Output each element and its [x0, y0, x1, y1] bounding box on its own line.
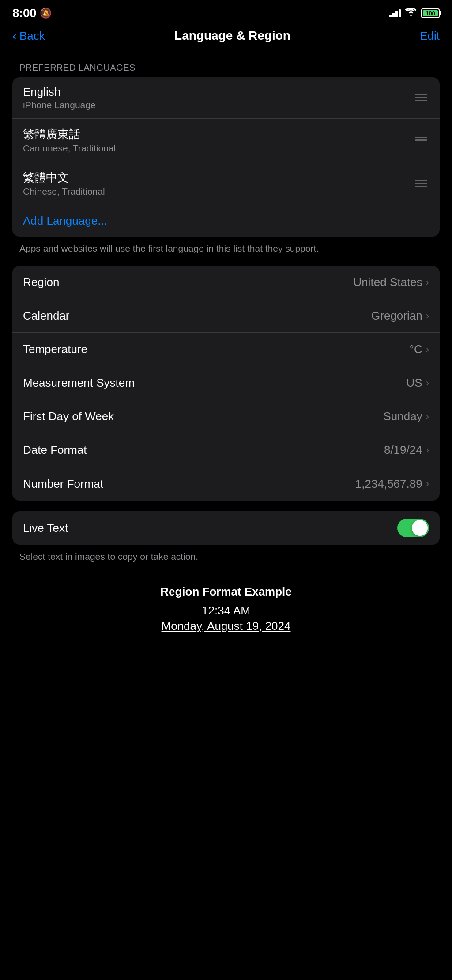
live-text-label: Live Text [23, 521, 68, 535]
region-row[interactable]: Region United States › [12, 266, 440, 299]
calendar-value: Gregorian [371, 309, 422, 323]
language-subtitle-cantonese: Cantonese, Traditional [23, 143, 116, 154]
battery-text: 100 [426, 10, 435, 17]
first-day-chevron-icon: › [426, 411, 429, 422]
temperature-value: °C [409, 343, 422, 356]
status-bar: 8:00 🔕 100 [0, 0, 452, 24]
drag-line [415, 139, 427, 141]
number-format-value: 1,234,567.89 [355, 477, 422, 491]
region-settings-card: Region United States › Calendar Gregoria… [12, 266, 440, 501]
measurement-chevron-icon: › [426, 377, 429, 389]
region-value: United States [354, 275, 422, 289]
number-format-label: Number Format [23, 477, 103, 491]
status-icons: 100 [389, 8, 440, 19]
language-item-english-left: English iPhone Language [23, 85, 96, 110]
date-format-value: 8/19/24 [384, 443, 422, 457]
number-format-row[interactable]: Number Format 1,234,567.89 › [12, 467, 440, 501]
calendar-label: Calendar [23, 309, 70, 323]
language-subtitle-chinese: Chinese, Traditional [23, 186, 105, 197]
drag-line [415, 137, 427, 138]
drag-line [415, 143, 427, 144]
drag-line [415, 183, 427, 184]
drag-handle-english[interactable] [413, 93, 429, 103]
number-format-value-container: 1,234,567.89 › [355, 477, 429, 491]
drag-line [415, 180, 427, 181]
region-format-time: 12:34 AM [12, 604, 440, 618]
language-title-cantonese: 繁體廣東話 [23, 127, 116, 142]
bell-icon: 🔕 [40, 8, 52, 19]
signal-bar-4 [399, 9, 401, 17]
signal-bar-1 [389, 15, 392, 17]
live-text-footer: Select text in images to copy or take ac… [0, 545, 452, 574]
region-format-section: Region Format Example 12:34 AM Monday, A… [0, 574, 452, 642]
date-format-chevron-icon: › [426, 445, 429, 456]
region-format-title: Region Format Example [12, 585, 440, 599]
language-item-cantonese[interactable]: 繁體廣東話 Cantonese, Traditional [12, 119, 440, 162]
signal-bar-3 [396, 11, 398, 17]
language-subtitle-english: iPhone Language [23, 100, 96, 110]
measurement-value-container: US › [407, 376, 429, 390]
drag-handle-chinese[interactable] [413, 178, 429, 189]
signal-icon [389, 9, 401, 17]
language-item-english[interactable]: English iPhone Language [12, 77, 440, 119]
drag-line [415, 186, 427, 187]
date-format-row[interactable]: Date Format 8/19/24 › [12, 433, 440, 467]
first-day-row[interactable]: First Day of Week Sunday › [12, 400, 440, 433]
languages-card: English iPhone Language 繁體廣東話 Cantonese,… [12, 77, 440, 237]
preferred-languages-label: PREFERRED LANGUAGES [0, 63, 452, 77]
add-language-button[interactable]: Add Language... [12, 205, 440, 237]
back-label: Back [19, 29, 45, 43]
temperature-row[interactable]: Temperature °C › [12, 333, 440, 366]
back-arrow-icon: ‹ [12, 28, 17, 43]
temperature-chevron-icon: › [426, 344, 429, 355]
language-item-chinese-left: 繁體中文 Chinese, Traditional [23, 170, 105, 197]
calendar-row[interactable]: Calendar Gregorian › [12, 299, 440, 333]
date-format-value-container: 8/19/24 › [384, 443, 429, 457]
toggle-thumb [412, 520, 428, 536]
calendar-chevron-icon: › [426, 310, 429, 322]
live-text-toggle[interactable] [397, 519, 429, 537]
wifi-icon [405, 8, 417, 19]
nav-bar: ‹ Back Language & Region Edit [0, 24, 452, 52]
measurement-value: US [407, 376, 422, 390]
temperature-value-container: °C › [409, 343, 429, 356]
language-item-cantonese-left: 繁體廣東話 Cantonese, Traditional [23, 127, 116, 154]
live-text-row[interactable]: Live Text [12, 511, 440, 545]
region-chevron-icon: › [426, 277, 429, 288]
measurement-label: Measurement System [23, 376, 135, 390]
region-value-container: United States › [354, 275, 429, 289]
page-title: Language & Region [174, 29, 290, 43]
signal-bar-2 [392, 13, 395, 17]
battery-container: 100 [421, 8, 440, 18]
region-label: Region [23, 275, 59, 289]
date-format-label: Date Format [23, 443, 87, 457]
first-day-value: Sunday [383, 410, 422, 423]
drag-handle-cantonese[interactable] [413, 135, 429, 146]
languages-footer: Apps and websites will use the first lan… [0, 237, 452, 266]
first-day-label: First Day of Week [23, 410, 114, 423]
language-title-english: English [23, 85, 96, 99]
measurement-row[interactable]: Measurement System US › [12, 366, 440, 400]
drag-line [415, 100, 427, 102]
first-day-value-container: Sunday › [383, 410, 429, 423]
edit-button[interactable]: Edit [420, 29, 440, 43]
language-title-chinese: 繁體中文 [23, 170, 105, 185]
status-time: 8:00 [12, 6, 36, 20]
region-format-date: Monday, August 19, 2024 [12, 619, 440, 633]
drag-line [415, 94, 427, 96]
calendar-value-container: Gregorian › [371, 309, 429, 323]
drag-line [415, 97, 427, 98]
live-text-card: Live Text [12, 511, 440, 545]
number-format-chevron-icon: › [426, 478, 429, 490]
language-item-chinese[interactable]: 繁體中文 Chinese, Traditional [12, 162, 440, 205]
battery-icon: 100 [421, 8, 440, 18]
temperature-label: Temperature [23, 343, 87, 356]
back-button[interactable]: ‹ Back [12, 28, 45, 43]
